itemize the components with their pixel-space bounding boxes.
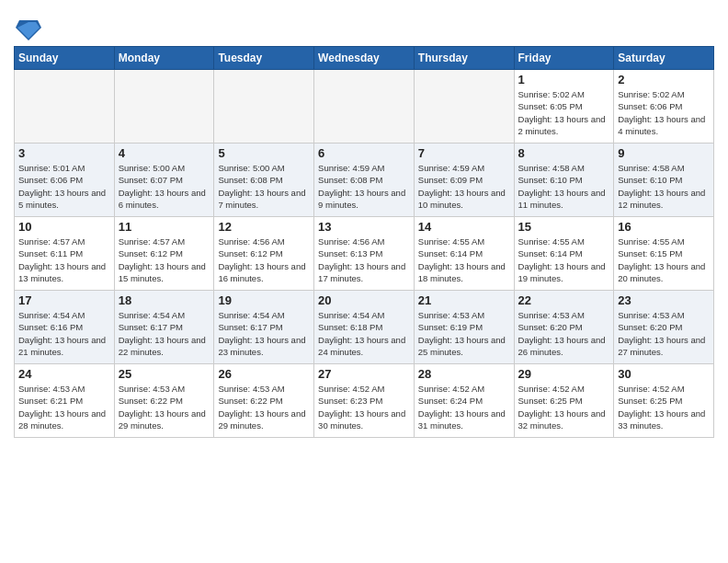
day-info: Sunrise: 5:02 AM Sunset: 6:05 PM Dayligh…: [518, 88, 610, 137]
day-number: 17: [18, 293, 110, 307]
day-info: Sunrise: 4:53 AM Sunset: 6:22 PM Dayligh…: [119, 383, 210, 431]
day-number: 7: [418, 146, 510, 160]
day-info: Sunrise: 4:53 AM Sunset: 6:21 PM Dayligh…: [18, 383, 110, 431]
day-info: Sunrise: 4:54 AM Sunset: 6:17 PM Dayligh…: [218, 309, 310, 358]
day-info: Sunrise: 4:52 AM Sunset: 6:24 PM Dayligh…: [418, 383, 510, 431]
day-info: Sunrise: 4:57 AM Sunset: 6:12 PM Dayligh…: [119, 236, 210, 284]
day-number: 4: [119, 146, 210, 160]
day-number: 20: [318, 293, 410, 307]
calendar-cell: 8Sunrise: 4:58 AM Sunset: 6:10 PM Daylig…: [514, 144, 614, 217]
day-info: Sunrise: 5:00 AM Sunset: 6:08 PM Dayligh…: [218, 162, 310, 211]
calendar-week-2: 3Sunrise: 5:01 AM Sunset: 6:06 PM Daylig…: [15, 144, 714, 217]
day-number: 6: [318, 146, 410, 160]
day-info: Sunrise: 4:58 AM Sunset: 6:10 PM Dayligh…: [618, 162, 710, 211]
calendar-header-row: SundayMondayTuesdayWednesdayThursdayFrid…: [15, 47, 714, 70]
calendar-cell: 22Sunrise: 4:53 AM Sunset: 6:20 PM Dayli…: [514, 291, 614, 364]
day-info: Sunrise: 4:54 AM Sunset: 6:16 PM Dayligh…: [18, 309, 110, 358]
calendar-header-thursday: Thursday: [414, 47, 514, 70]
calendar-table: SundayMondayTuesdayWednesdayThursdayFrid…: [14, 46, 714, 438]
calendar-week-3: 10Sunrise: 4:57 AM Sunset: 6:11 PM Dayli…: [15, 217, 714, 291]
day-number: 13: [318, 220, 410, 234]
calendar-week-5: 24Sunrise: 4:53 AM Sunset: 6:21 PM Dayli…: [15, 364, 714, 438]
calendar-cell: 23Sunrise: 4:53 AM Sunset: 6:20 PM Dayli…: [614, 291, 714, 364]
calendar-cell: 21Sunrise: 4:53 AM Sunset: 6:19 PM Dayli…: [414, 291, 514, 364]
calendar-header-sunday: Sunday: [15, 47, 115, 70]
calendar-cell: 29Sunrise: 4:52 AM Sunset: 6:25 PM Dayli…: [514, 364, 614, 438]
day-number: 27: [318, 367, 410, 381]
calendar-cell: 11Sunrise: 4:57 AM Sunset: 6:12 PM Dayli…: [114, 217, 214, 291]
day-info: Sunrise: 4:53 AM Sunset: 6:20 PM Dayligh…: [518, 309, 610, 358]
calendar-cell: 2Sunrise: 5:02 AM Sunset: 6:06 PM Daylig…: [614, 70, 714, 144]
calendar-cell: 3Sunrise: 5:01 AM Sunset: 6:06 PM Daylig…: [15, 144, 115, 217]
calendar-cell: 7Sunrise: 4:59 AM Sunset: 6:09 PM Daylig…: [414, 144, 514, 217]
calendar-cell: 28Sunrise: 4:52 AM Sunset: 6:24 PM Dayli…: [414, 364, 514, 438]
day-number: 23: [618, 293, 710, 307]
day-number: 21: [418, 293, 510, 307]
day-number: 16: [618, 220, 710, 234]
day-number: 26: [218, 367, 310, 381]
page-header: [14, 9, 714, 40]
day-info: Sunrise: 4:53 AM Sunset: 6:22 PM Dayligh…: [218, 383, 310, 431]
calendar-cell: 19Sunrise: 4:54 AM Sunset: 6:17 PM Dayli…: [214, 291, 314, 364]
day-number: 22: [518, 293, 610, 307]
day-info: Sunrise: 4:52 AM Sunset: 6:25 PM Dayligh…: [518, 383, 610, 431]
calendar-cell: 4Sunrise: 5:00 AM Sunset: 6:07 PM Daylig…: [114, 144, 214, 217]
calendar-cell: 17Sunrise: 4:54 AM Sunset: 6:16 PM Dayli…: [15, 291, 115, 364]
calendar-header-tuesday: Tuesday: [214, 47, 314, 70]
calendar-header-wednesday: Wednesday: [314, 47, 415, 70]
day-number: 25: [119, 367, 210, 381]
calendar-body: 1Sunrise: 5:02 AM Sunset: 6:05 PM Daylig…: [15, 70, 714, 438]
calendar-header-saturday: Saturday: [614, 47, 714, 70]
day-info: Sunrise: 5:00 AM Sunset: 6:07 PM Dayligh…: [119, 162, 210, 211]
day-number: 5: [218, 146, 310, 160]
logo-icon: [16, 15, 41, 40]
day-info: Sunrise: 4:53 AM Sunset: 6:20 PM Dayligh…: [618, 309, 710, 358]
calendar-cell: 30Sunrise: 4:52 AM Sunset: 6:25 PM Dayli…: [614, 364, 714, 438]
calendar-cell: 14Sunrise: 4:55 AM Sunset: 6:14 PM Dayli…: [414, 217, 514, 291]
calendar-cell: 9Sunrise: 4:58 AM Sunset: 6:10 PM Daylig…: [614, 144, 714, 217]
calendar-cell: 6Sunrise: 4:59 AM Sunset: 6:08 PM Daylig…: [314, 144, 415, 217]
calendar-cell: 12Sunrise: 4:56 AM Sunset: 6:12 PM Dayli…: [214, 217, 314, 291]
day-number: 2: [618, 73, 710, 86]
day-number: 24: [18, 367, 110, 381]
day-info: Sunrise: 4:52 AM Sunset: 6:25 PM Dayligh…: [618, 383, 710, 431]
day-number: 9: [618, 146, 710, 160]
calendar-header-monday: Monday: [114, 47, 214, 70]
calendar-cell: 1Sunrise: 5:02 AM Sunset: 6:05 PM Daylig…: [514, 70, 614, 144]
day-info: Sunrise: 4:58 AM Sunset: 6:10 PM Dayligh…: [518, 162, 610, 211]
day-info: Sunrise: 5:01 AM Sunset: 6:06 PM Dayligh…: [18, 162, 110, 211]
day-info: Sunrise: 4:57 AM Sunset: 6:11 PM Dayligh…: [18, 236, 110, 284]
calendar-cell: 26Sunrise: 4:53 AM Sunset: 6:22 PM Dayli…: [214, 364, 314, 438]
day-info: Sunrise: 4:56 AM Sunset: 6:13 PM Dayligh…: [318, 236, 410, 284]
calendar-cell: 27Sunrise: 4:52 AM Sunset: 6:23 PM Dayli…: [314, 364, 415, 438]
calendar-header-friday: Friday: [514, 47, 614, 70]
day-info: Sunrise: 4:53 AM Sunset: 6:19 PM Dayligh…: [418, 309, 510, 358]
day-number: 29: [518, 367, 610, 381]
calendar-cell: [15, 70, 115, 144]
day-number: 14: [418, 220, 510, 234]
day-number: 11: [119, 220, 210, 234]
calendar-cell: 18Sunrise: 4:54 AM Sunset: 6:17 PM Dayli…: [114, 291, 214, 364]
day-info: Sunrise: 4:55 AM Sunset: 6:14 PM Dayligh…: [518, 236, 610, 284]
day-number: 8: [518, 146, 610, 160]
calendar-cell: 10Sunrise: 4:57 AM Sunset: 6:11 PM Dayli…: [15, 217, 115, 291]
day-number: 15: [518, 220, 610, 234]
calendar-week-4: 17Sunrise: 4:54 AM Sunset: 6:16 PM Dayli…: [15, 291, 714, 364]
day-info: Sunrise: 4:52 AM Sunset: 6:23 PM Dayligh…: [318, 383, 410, 431]
day-info: Sunrise: 4:56 AM Sunset: 6:12 PM Dayligh…: [218, 236, 310, 284]
calendar-cell: [214, 70, 314, 144]
calendar-cell: 24Sunrise: 4:53 AM Sunset: 6:21 PM Dayli…: [15, 364, 115, 438]
calendar-cell: 16Sunrise: 4:55 AM Sunset: 6:15 PM Dayli…: [614, 217, 714, 291]
day-info: Sunrise: 5:02 AM Sunset: 6:06 PM Dayligh…: [618, 88, 710, 137]
day-number: 19: [218, 293, 310, 307]
day-info: Sunrise: 4:55 AM Sunset: 6:14 PM Dayligh…: [418, 236, 510, 284]
day-number: 10: [18, 220, 110, 234]
day-info: Sunrise: 4:59 AM Sunset: 6:08 PM Dayligh…: [318, 162, 410, 211]
calendar-cell: 20Sunrise: 4:54 AM Sunset: 6:18 PM Dayli…: [314, 291, 415, 364]
day-number: 18: [119, 293, 210, 307]
calendar-cell: 15Sunrise: 4:55 AM Sunset: 6:14 PM Dayli…: [514, 217, 614, 291]
day-number: 30: [618, 367, 710, 381]
calendar-cell: [414, 70, 514, 144]
calendar-cell: 25Sunrise: 4:53 AM Sunset: 6:22 PM Dayli…: [114, 364, 214, 438]
day-number: 1: [518, 73, 610, 86]
